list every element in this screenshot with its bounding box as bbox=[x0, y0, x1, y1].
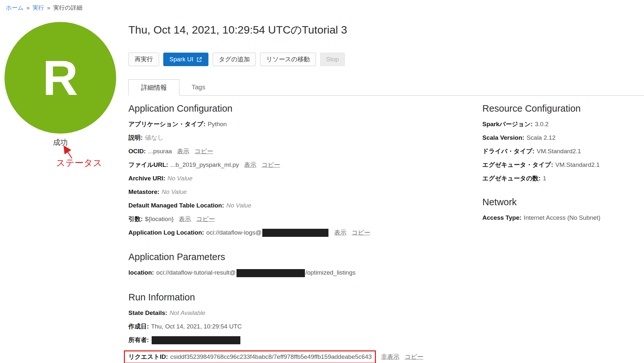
field-label: エグゼキュータ・タイプ: bbox=[482, 161, 553, 168]
field-row: Application Log Location:oci://dataflow-… bbox=[128, 229, 454, 237]
field-value: No Value bbox=[162, 188, 186, 195]
section-title: Application Parameters bbox=[128, 252, 454, 262]
field-label: Archive URI: bbox=[128, 175, 165, 182]
field-value: ${location} bbox=[145, 216, 174, 222]
highlight-box: リクエストID:csiddf35239849768cc96c233f4babc8… bbox=[124, 350, 376, 363]
section-title: Network bbox=[482, 197, 644, 207]
field-value: VM.Standard2.1 bbox=[537, 148, 581, 155]
status-annotation: ステータス bbox=[56, 157, 102, 169]
show-link[interactable]: 表示 bbox=[244, 161, 256, 168]
copy-link[interactable]: コピー bbox=[352, 229, 370, 236]
button-label: Stop bbox=[326, 56, 339, 63]
spark-ui-button[interactable]: Spark UI bbox=[163, 53, 208, 66]
field-value: /optimized_listings bbox=[306, 269, 356, 276]
field-row: location:oci://dataflow-tutorial-result@… bbox=[128, 269, 454, 277]
copy-link[interactable]: コピー bbox=[195, 148, 213, 155]
field-label: ファイルURL: bbox=[128, 161, 168, 168]
page-title: Thu, Oct 14, 2021, 10:29:54 UTCのTutorial… bbox=[128, 23, 644, 36]
add-tags-button[interactable]: タグの追加 bbox=[213, 53, 256, 66]
field-row: アプリケーション・タイプ:Python bbox=[128, 120, 454, 128]
copy-link[interactable]: コピー bbox=[405, 353, 423, 360]
field-row: Scala Version:Scala 2.12 bbox=[482, 134, 644, 141]
tab-bar: 詳細情報Tags bbox=[128, 79, 644, 96]
show-link[interactable]: 表示 bbox=[177, 148, 189, 155]
field-row: 説明:値なし bbox=[128, 134, 454, 141]
field-row: リクエストID:csiddf35239849768cc96c233f4babc8… bbox=[124, 350, 454, 363]
stop-button: Stop bbox=[320, 53, 345, 66]
toolbar: 再実行Spark UIタグの追加リソースの移動Stop bbox=[128, 53, 644, 66]
field-label: OCID: bbox=[128, 148, 146, 155]
field-value: VM.Standard2.1 bbox=[555, 161, 599, 168]
field-value: Thu, Oct 14, 2021, 10:29:54 UTC bbox=[151, 323, 242, 330]
move-resource-button[interactable]: リソースの移動 bbox=[260, 53, 316, 66]
field-row: 引数:${location}表示コピー bbox=[128, 215, 454, 223]
field-value: oci://dataflow-tutorial-result@ bbox=[156, 269, 236, 276]
field-label: Application Log Location: bbox=[128, 229, 204, 236]
redacted-value bbox=[236, 269, 305, 277]
breadcrumb: ホーム»実行»実行の詳細 bbox=[6, 4, 82, 12]
breadcrumb-separator: » bbox=[47, 5, 50, 11]
show-link[interactable]: 表示 bbox=[179, 216, 191, 222]
rerun-button[interactable]: 再実行 bbox=[128, 53, 159, 66]
field-value: 値なし bbox=[145, 134, 164, 141]
section-title: Run Information bbox=[128, 292, 454, 303]
field-label: Default Managed Table Location: bbox=[128, 202, 224, 209]
field-row: Metastore:No Value bbox=[128, 188, 454, 196]
field-value: Internet Access (No Subnet) bbox=[524, 214, 600, 221]
copy-link[interactable]: コピー bbox=[261, 161, 280, 168]
tab-details[interactable]: 詳細情報 bbox=[128, 79, 179, 96]
hide-link[interactable]: 非表示 bbox=[381, 353, 399, 360]
field-value: 3.0.2 bbox=[535, 121, 548, 127]
field-row: State Details:Not Available bbox=[128, 309, 454, 317]
field-label: State Details: bbox=[128, 309, 167, 316]
button-label: リソースの移動 bbox=[266, 55, 310, 64]
run-status-icon: R bbox=[5, 22, 116, 134]
field-label: エグゼキュータの数: bbox=[482, 175, 540, 182]
field-label: Scala Version: bbox=[482, 134, 524, 141]
button-label: Spark UI bbox=[169, 56, 193, 63]
field-row: ドライバ・タイプ:VM.Standard2.1 bbox=[482, 147, 644, 155]
field-value: oci://dataflow-logs@ bbox=[206, 229, 261, 236]
field-label: Metastore: bbox=[128, 188, 159, 195]
section-run-information: Run Information State Details:Not Availa… bbox=[128, 292, 454, 363]
button-label: タグの追加 bbox=[219, 55, 250, 64]
field-value: ...b_2019_pyspark_ml.py bbox=[170, 161, 239, 168]
status-letter: R bbox=[43, 53, 78, 102]
field-row: Access Type:Internet Access (No Subnet) bbox=[482, 214, 644, 221]
field-value: csiddf35239849768cc96c233f4babc8/7eff978… bbox=[170, 353, 372, 360]
field-row: エグゼキュータの数:1 bbox=[482, 175, 644, 182]
field-value: Scala 2.12 bbox=[527, 134, 556, 141]
field-row: ファイルURL:...b_2019_pyspark_ml.py表示コピー bbox=[128, 161, 454, 168]
field-label: ドライバ・タイプ: bbox=[482, 148, 534, 155]
field-value: Python bbox=[208, 121, 227, 127]
field-value: 1 bbox=[543, 175, 546, 182]
section-application-configuration: Application Configuration アプリケーション・タイプ:P… bbox=[128, 103, 454, 237]
section-application-parameters: Application Parameters location:oci://da… bbox=[128, 252, 454, 277]
copy-link[interactable]: コピー bbox=[196, 216, 215, 222]
field-label: 所有者: bbox=[128, 337, 149, 343]
field-row: Archive URI:No Value bbox=[128, 175, 454, 182]
field-label: 説明: bbox=[128, 134, 143, 141]
field-row: エグゼキュータ・タイプ:VM.Standard2.1 bbox=[482, 161, 644, 168]
field-value: No Value bbox=[167, 175, 192, 182]
button-label: 再実行 bbox=[135, 55, 153, 64]
section-resource-configuration: Resource Configuration Sparkバージョン:3.0.2S… bbox=[482, 103, 644, 182]
breadcrumb-item[interactable]: 実行 bbox=[33, 5, 44, 11]
field-row: 作成日:Thu, Oct 14, 2021, 10:29:54 UTC bbox=[128, 323, 454, 330]
redacted-value bbox=[262, 229, 328, 237]
breadcrumb-separator: » bbox=[26, 5, 30, 11]
field-label: Sparkバージョン: bbox=[482, 121, 533, 127]
field-label: 引数: bbox=[128, 216, 143, 222]
section-network: Network Access Type:Internet Access (No … bbox=[482, 197, 644, 221]
breadcrumb-item[interactable]: ホーム bbox=[6, 5, 24, 11]
field-value: No Value bbox=[226, 202, 251, 209]
tab-tags[interactable]: Tags bbox=[179, 79, 217, 95]
show-link[interactable]: 表示 bbox=[334, 229, 347, 236]
field-row: 所有者: bbox=[128, 336, 454, 344]
field-value: ...psuraa bbox=[148, 148, 172, 155]
external-link-icon bbox=[196, 56, 202, 63]
field-label: アプリケーション・タイプ: bbox=[128, 121, 206, 127]
field-label: location: bbox=[128, 269, 154, 276]
section-title: Application Configuration bbox=[128, 103, 454, 114]
field-row: Sparkバージョン:3.0.2 bbox=[482, 120, 644, 128]
